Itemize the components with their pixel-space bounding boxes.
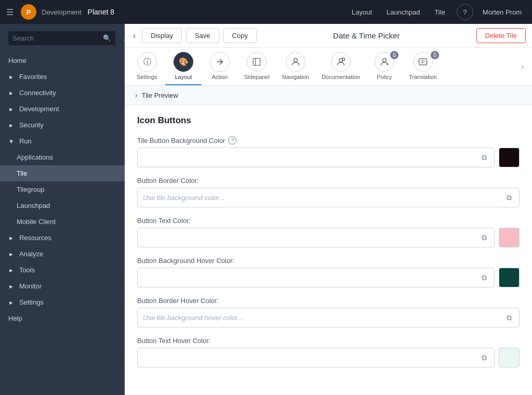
topbar-layout[interactable]: Layout: [345, 5, 378, 19]
color-row-0: #16090b ⧉: [137, 148, 520, 167]
copy-color-4[interactable]: ⧉: [504, 311, 514, 324]
topbar-launchpad[interactable]: Launchpad: [380, 5, 426, 19]
back-button[interactable]: ‹: [131, 29, 138, 43]
field-btn-text-color: Button Text Color: #f6bcc6 ⧉: [137, 217, 520, 247]
layout-tab-label: Layout: [175, 74, 192, 80]
settings-tab-icon: ⓘ: [137, 52, 157, 72]
policy-tab-label: Policy: [377, 74, 392, 80]
color-swatch-5[interactable]: [499, 348, 520, 367]
policy-badge: 0: [390, 51, 398, 59]
color-swatch-2[interactable]: [499, 228, 520, 247]
navigation-tab-label: Navigation: [282, 74, 309, 80]
color-row-1: ⧉: [137, 188, 520, 207]
translation-tab-label: Translation: [409, 74, 437, 80]
sidebar-run-label: Run: [19, 137, 32, 145]
color-value-3[interactable]: #094339: [143, 274, 480, 282]
sidebar-tile-label: Tile: [17, 169, 27, 177]
tab-navigation[interactable]: Navigation: [276, 48, 315, 85]
sidebar-item-tools[interactable]: ► Tools: [0, 262, 125, 278]
tab-documentation[interactable]: Documentation: [315, 48, 366, 85]
sidebar-item-resources[interactable]: ► Resources: [0, 230, 125, 246]
copy-color-1[interactable]: ⧉: [504, 191, 514, 204]
color-row-5: #e9f6f4 ⧉: [137, 348, 520, 367]
color-swatch-3[interactable]: [499, 268, 520, 287]
copy-color-2[interactable]: ⧉: [480, 231, 489, 244]
sidebar-item-tile[interactable]: Tile: [0, 165, 125, 181]
color-row-4: ⧉: [137, 308, 520, 327]
sidebar-item-launchpad[interactable]: Launchpad: [0, 198, 125, 214]
sidebar-search-box[interactable]: 🔍: [8, 31, 115, 45]
tab-policy[interactable]: 0 Policy: [366, 48, 403, 85]
color-input-1[interactable]: ⧉: [137, 188, 520, 207]
topbar-tile[interactable]: Tile: [428, 5, 451, 19]
copy-color-5[interactable]: ⧉: [480, 351, 489, 364]
color-value-1[interactable]: [143, 194, 504, 202]
help-icon-0[interactable]: ?: [228, 136, 236, 144]
tab-layout[interactable]: 🎨 Layout: [165, 48, 202, 85]
color-input-0[interactable]: #16090b ⧉: [137, 148, 495, 167]
copy-color-0[interactable]: ⧉: [480, 151, 489, 164]
color-swatch-0[interactable]: [499, 148, 520, 167]
color-input-5[interactable]: #e9f6f4 ⧉: [137, 348, 495, 367]
search-input[interactable]: [12, 34, 100, 42]
layout-tab-icon: 🎨: [174, 52, 193, 72]
field-btn-border-color: Button Border Color: ⧉: [137, 177, 520, 207]
app-name: Planet 8: [88, 8, 114, 16]
subheader-title: Date & Time Picker: [261, 31, 472, 40]
color-value-5[interactable]: #e9f6f4: [143, 354, 480, 362]
color-input-3[interactable]: #094339 ⧉: [137, 268, 495, 287]
help-button[interactable]: ?: [457, 4, 473, 20]
subheader: ‹ Display Save Copy Date & Time Picker D…: [125, 24, 532, 48]
field-label-1: Button Border Color:: [137, 177, 520, 185]
sidebar-item-analyze[interactable]: ► Analyze: [0, 246, 125, 262]
sidebar-item-settings[interactable]: ► Settings: [0, 294, 125, 310]
field-label-2: Button Text Color:: [137, 217, 520, 225]
section-title: Icon Buttons: [137, 115, 520, 126]
color-value-4[interactable]: [143, 314, 504, 322]
sidebar-item-monitor[interactable]: ► Monitor: [0, 278, 125, 294]
color-input-4[interactable]: ⧉: [137, 308, 520, 327]
sidebar-item-tilegroup[interactable]: Tilegroup: [0, 181, 125, 198]
color-value-2[interactable]: #f6bcc6: [143, 234, 480, 242]
main-layout: 🔍 ⌄ ⌃ Home ► Favorites ► Connectivity ► …: [0, 24, 532, 395]
tab-sidepanel[interactable]: Sidepanel: [238, 48, 276, 85]
sidebar-item-run[interactable]: ▼ Run: [0, 133, 125, 149]
user-menu[interactable]: Morten Prom: [478, 8, 526, 16]
chevron-right-icon: ►: [8, 106, 14, 112]
save-button[interactable]: Save: [186, 28, 219, 43]
tile-preview-bar[interactable]: › Tile Preview: [125, 86, 532, 105]
sidebar-launchpad-label: Launchpad: [17, 202, 50, 209]
chevron-right-icon: ►: [8, 74, 14, 80]
env-label: Development: [42, 8, 82, 16]
delete-tile-button[interactable]: Delete Tile: [476, 28, 526, 43]
sidebar-item-applications[interactable]: Applications: [0, 149, 125, 165]
color-input-2[interactable]: #f6bcc6 ⧉: [137, 228, 495, 247]
sidebar-tilegroup-label: Tilegroup: [17, 186, 45, 193]
settings-tab-label: Settings: [137, 74, 157, 80]
sidebar-item-help[interactable]: Help: [0, 310, 125, 326]
tab-action[interactable]: Action: [202, 48, 238, 85]
sidebar-item-home[interactable]: Home: [0, 52, 125, 69]
field-btn-text-hover-color: Button Text Hover Color: #e9f6f4 ⧉: [137, 337, 520, 367]
field-label-0: Tile Button Background Color ?: [137, 136, 520, 144]
copy-color-3[interactable]: ⧉: [480, 271, 489, 284]
color-value-0[interactable]: #16090b: [143, 154, 480, 162]
display-button[interactable]: Display: [142, 28, 182, 43]
sidebar-item-connectivity[interactable]: ► Connectivity: [0, 85, 125, 101]
translation-badge: 0: [431, 51, 439, 59]
sidebar-item-favorites[interactable]: ► Favorites: [0, 69, 125, 85]
documentation-tab-label: Documentation: [322, 74, 360, 80]
copy-button[interactable]: Copy: [223, 28, 257, 43]
tab-settings[interactable]: ⓘ Settings: [129, 48, 165, 85]
svg-rect-0: [254, 58, 261, 65]
menu-icon[interactable]: ☰: [6, 7, 14, 17]
tabs-scroll-right[interactable]: ›: [517, 59, 528, 75]
tab-translation[interactable]: 0 Translation: [403, 48, 443, 85]
sidebar: 🔍 ⌄ ⌃ Home ► Favorites ► Connectivity ► …: [0, 24, 125, 395]
chevron-right-icon: ►: [8, 299, 14, 306]
sidebar-development-label: Development: [19, 105, 59, 113]
sidebar-item-mobile-client[interactable]: Mobile Client: [0, 214, 125, 230]
sidebar-item-development[interactable]: ► Development: [0, 101, 125, 117]
sidebar-item-security[interactable]: ► Security: [0, 117, 125, 133]
sidebar-search-row: 🔍 ⌄ ⌃: [0, 24, 125, 52]
